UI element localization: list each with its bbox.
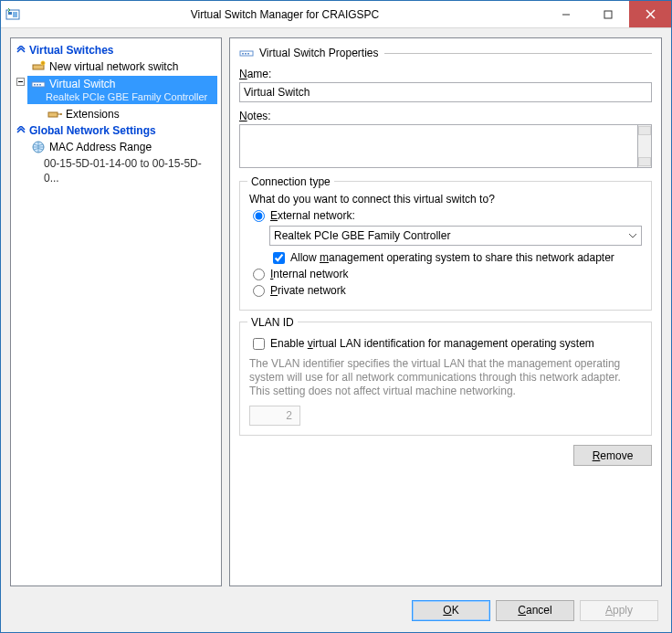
internal-network-radio[interactable]: Internal network [253,268,642,280]
section-label: Virtual Switches [29,44,113,57]
connection-type-legend: Connection type [247,175,334,188]
properties-header: Virtual Switch Properties [239,46,652,60]
notes-input[interactable] [239,124,638,168]
tree-item-label: Virtual Switch [49,78,115,90]
window-buttons [545,1,671,27]
tree-item-extensions[interactable]: Extensions [13,106,219,122]
minimize-button[interactable] [545,1,587,27]
checkbox-label: Allow management operating system to sha… [290,251,614,264]
notes-label: Notes: [239,110,652,122]
detail-panel: Virtual Switch Properties Name: Notes: C… [229,37,662,586]
window-title: Virtual Switch Manager for CRAIGSPC [25,8,545,21]
cancel-button[interactable]: Cancel [496,600,574,621]
switch-icon [31,77,46,91]
chevron-down-icon [628,233,637,238]
chevron-up-icon [16,46,26,55]
button-label: Apply [605,604,633,617]
svg-rect-7 [33,65,44,69]
radio-label: External network: [270,209,355,222]
button-label: Cancel [518,604,551,617]
svg-rect-14 [39,84,41,86]
main-area: Virtual Switches New virtual network swi… [10,37,662,586]
maximize-button[interactable] [587,1,629,27]
svg-rect-2 [13,12,17,17]
scroll-up-icon[interactable] [638,126,651,135]
tree-item-sublabel: Realtek PCIe GBE Family Controller [31,91,215,102]
vlan-legend: VLAN ID [247,316,298,329]
private-network-radio[interactable]: Private network [253,284,642,297]
svg-point-16 [60,113,62,115]
globe-icon [31,140,46,154]
vlan-enable-checkbox[interactable]: Enable virtual LAN identification for ma… [253,337,642,350]
allow-mgmt-checkbox[interactable]: Allow management operating system to sha… [273,251,642,264]
tree-item-mac-range[interactable]: MAC Address Range [13,139,219,155]
section-label: Global Network Settings [29,124,156,137]
vlan-id-input [249,406,300,426]
tree-item-mac-range-value: 00-15-5D-01-14-00 to 00-15-5D-0... [13,155,219,186]
svg-rect-20 [245,53,247,55]
chevron-up-icon [16,126,26,135]
combo-value: Realtek PCIe GBE Family Controller [274,229,450,242]
checkbox-label: Enable virtual LAN identification for ma… [270,337,594,350]
switch-icon [239,46,254,60]
scroll-down-icon[interactable] [638,157,651,166]
window: Virtual Switch Manager for CRAIGSPC Virt… [0,0,672,633]
section-global-settings[interactable]: Global Network Settings [13,122,219,139]
tree-item-label: MAC Address Range [49,140,152,154]
new-switch-icon [31,59,46,74]
vlan-id-group: VLAN ID Enable virtual LAN identificatio… [239,322,652,436]
svg-rect-1 [8,12,12,15]
svg-rect-21 [247,53,249,55]
section-virtual-switches[interactable]: Virtual Switches [13,42,219,58]
name-label: Name: [239,68,652,80]
remove-button[interactable]: Remove [573,445,652,466]
tree-item-label: New virtual network switch [49,59,178,74]
notes-scrollbar[interactable] [638,124,652,168]
dialog-footer: OK Cancel Apply [10,596,662,632]
connection-question: What do you want to connect this virtual… [249,193,642,206]
svg-rect-12 [34,84,36,86]
tree-item-label: Extensions [66,107,120,121]
svg-rect-15 [48,112,58,117]
svg-rect-19 [242,53,244,55]
tree-item-virtual-switch[interactable]: Virtual Switch Realtek PCIe GBE Family C… [13,75,219,106]
svg-rect-13 [37,84,38,86]
external-network-radio[interactable]: External network: [253,209,642,222]
collapse-icon[interactable] [16,76,27,104]
name-input[interactable] [239,82,652,102]
close-button[interactable] [629,1,671,27]
button-label: OK [443,604,458,617]
titlebar: Virtual Switch Manager for CRAIGSPC [1,1,671,28]
properties-title: Virtual Switch Properties [259,47,379,59]
app-icon [1,7,25,22]
client-area: Virtual Switches New virtual network swi… [1,28,671,632]
ok-button[interactable]: OK [412,600,490,621]
tree-panel: Virtual Switches New virtual network swi… [10,37,222,586]
connection-type-group: Connection type What do you want to conn… [239,181,652,311]
radio-label: Private network [270,284,346,297]
extensions-icon [47,107,62,121]
external-adapter-combo[interactable]: Realtek PCIe GBE Family Controller [269,226,642,246]
apply-button: Apply [580,600,658,621]
radio-label: Internal network [270,268,348,280]
svg-rect-4 [604,11,612,18]
vlan-help-text: The VLAN identifier specifies the virtua… [249,357,642,398]
tree-item-new-switch[interactable]: New virtual network switch [13,58,219,75]
